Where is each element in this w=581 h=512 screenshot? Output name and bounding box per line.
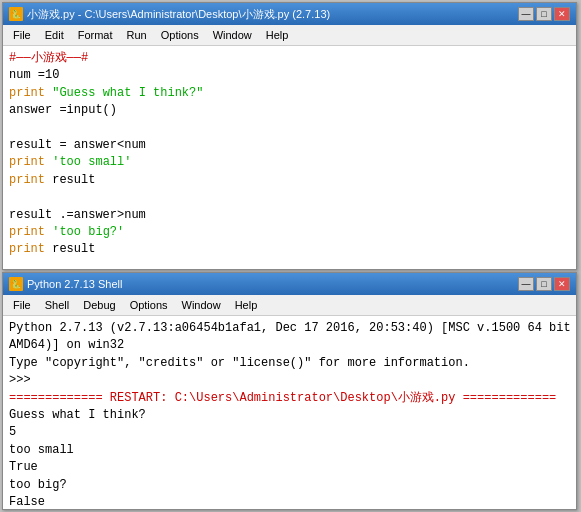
code-line: num =10	[9, 67, 570, 84]
editor-title-left: 🐍 小游戏.py - C:\Users\Administrator\Deskto…	[9, 7, 330, 22]
editor-menu-options[interactable]: Options	[155, 27, 205, 43]
code-line: result .=answer>num	[9, 207, 570, 224]
code-line: print 'too big?'	[9, 224, 570, 241]
shell-menu-debug[interactable]: Debug	[77, 297, 121, 313]
editor-minimize-button[interactable]: —	[518, 7, 534, 21]
editor-title-bar: 🐍 小游戏.py - C:\Users\Administrator\Deskto…	[3, 3, 576, 25]
code-line: print result	[9, 241, 570, 258]
code-line	[9, 189, 570, 206]
shell-menu-bar: File Shell Debug Options Window Help	[3, 295, 576, 316]
shell-line: 5	[9, 424, 570, 441]
editor-title-text: 小游戏.py - C:\Users\Administrator\Desktop\…	[27, 7, 330, 22]
shell-line: Type "copyright", "credits" or "license(…	[9, 355, 570, 372]
code-line: result = answer<num	[9, 137, 570, 154]
editor-menu-help[interactable]: Help	[260, 27, 295, 43]
shell-title-left: 🐍 Python 2.7.13 Shell	[9, 277, 122, 291]
shell-window: 🐍 Python 2.7.13 Shell — □ ✕ File Shell D…	[2, 272, 577, 510]
shell-line: True	[9, 459, 570, 476]
code-line	[9, 120, 570, 137]
shell-minimize-button[interactable]: —	[518, 277, 534, 291]
editor-maximize-button[interactable]: □	[536, 7, 552, 21]
editor-menu-window[interactable]: Window	[207, 27, 258, 43]
shell-icon: 🐍	[9, 277, 23, 291]
shell-close-button[interactable]: ✕	[554, 277, 570, 291]
shell-line: Python 2.7.13 (v2.7.13:a06454b1afa1, Dec…	[9, 320, 570, 337]
editor-menu-bar: File Edit Format Run Options Window Help	[3, 25, 576, 46]
editor-menu-format[interactable]: Format	[72, 27, 119, 43]
shell-line: too small	[9, 442, 570, 459]
shell-line: AMD64)] on win32	[9, 337, 570, 354]
code-line	[9, 259, 570, 268]
code-line: print result	[9, 172, 570, 189]
shell-window-controls: — □ ✕	[518, 277, 570, 291]
shell-line: too big?	[9, 477, 570, 494]
shell-menu-window[interactable]: Window	[176, 297, 227, 313]
editor-menu-file[interactable]: File	[7, 27, 37, 43]
code-editor[interactable]: #——小游戏——# num =10 print "Guess what I th…	[3, 46, 576, 268]
editor-menu-edit[interactable]: Edit	[39, 27, 70, 43]
editor-window: 🐍 小游戏.py - C:\Users\Administrator\Deskto…	[2, 2, 577, 270]
shell-menu-shell[interactable]: Shell	[39, 297, 75, 313]
shell-output-area[interactable]: Python 2.7.13 (v2.7.13:a06454b1afa1, Dec…	[3, 316, 576, 508]
editor-close-button[interactable]: ✕	[554, 7, 570, 21]
editor-menu-run[interactable]: Run	[121, 27, 153, 43]
shell-menu-help[interactable]: Help	[229, 297, 264, 313]
code-line: print "Guess what I think?"	[9, 85, 570, 102]
shell-menu-options[interactable]: Options	[124, 297, 174, 313]
shell-title-bar: 🐍 Python 2.7.13 Shell — □ ✕	[3, 273, 576, 295]
editor-window-controls: — □ ✕	[518, 7, 570, 21]
shell-line: Guess what I think?	[9, 407, 570, 424]
shell-menu-file[interactable]: File	[7, 297, 37, 313]
code-line: answer =input()	[9, 102, 570, 119]
code-line: print 'too small'	[9, 154, 570, 171]
shell-maximize-button[interactable]: □	[536, 277, 552, 291]
shell-line: False	[9, 494, 570, 508]
code-line: #——小游戏——#	[9, 50, 570, 67]
shell-line: >>>	[9, 372, 570, 389]
shell-title-text: Python 2.7.13 Shell	[27, 278, 122, 290]
editor-icon: 🐍	[9, 7, 23, 21]
shell-restart-line: ============= RESTART: C:\Users\Administ…	[9, 390, 570, 407]
